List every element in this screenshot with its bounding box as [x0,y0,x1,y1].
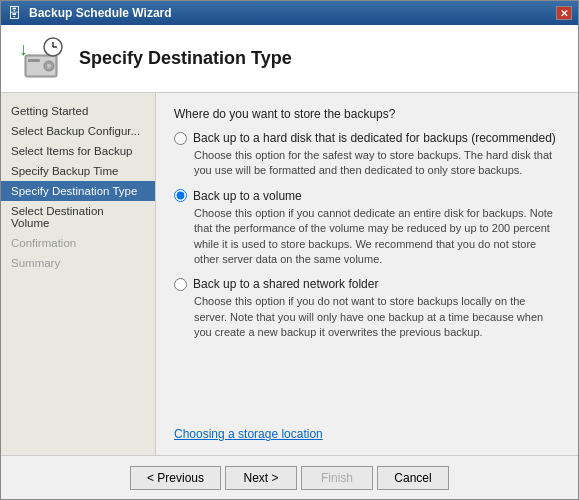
wizard-window: 🗄 Backup Schedule Wizard ✕ ↓ Spe [0,0,579,500]
storage-location-link[interactable]: Choosing a storage location [174,427,323,441]
option-dedicated-disk-row: Back up to a hard disk that is dedicated… [174,131,560,145]
header-title: Specify Destination Type [79,48,292,69]
sidebar-item-select-items[interactable]: Select Items for Backup [1,141,155,161]
radio-group: Back up to a hard disk that is dedicated… [174,131,560,341]
titlebar-title: Backup Schedule Wizard [29,6,172,20]
close-button[interactable]: ✕ [556,6,572,20]
option-volume-row: Back up to a volume [174,189,560,203]
finish-button[interactable]: Finish [301,466,373,490]
previous-button[interactable]: < Previous [130,466,221,490]
svg-point-3 [47,64,51,68]
option-volume: Back up to a volume Choose this option i… [174,189,560,268]
titlebar-icon: 🗄 [7,5,23,21]
sidebar-item-specify-destination-type[interactable]: Specify Destination Type [1,181,155,201]
header-icon: ↓ [17,35,65,83]
header-area: ↓ Specify Destination Type [1,25,578,93]
label-volume[interactable]: Back up to a volume [193,189,302,203]
main-content: Where do you want to store the backups? … [156,93,578,455]
label-network-folder[interactable]: Back up to a shared network folder [193,277,378,291]
desc-volume: Choose this option if you cannot dedicat… [194,206,560,268]
option-network-folder: Back up to a shared network folder Choos… [174,277,560,340]
titlebar-left: 🗄 Backup Schedule Wizard [7,5,172,21]
radio-volume[interactable] [174,189,187,202]
svg-rect-4 [28,59,40,62]
next-button[interactable]: Next > [225,466,297,490]
svg-text:↓: ↓ [19,39,28,59]
content-area: Getting Started Select Backup Configur..… [1,93,578,455]
radio-dedicated-disk[interactable] [174,132,187,145]
option-dedicated-disk: Back up to a hard disk that is dedicated… [174,131,560,179]
link-area: Choosing a storage location [174,415,560,441]
option-network-folder-row: Back up to a shared network folder [174,277,560,291]
desc-network-folder: Choose this option if you do not want to… [194,294,560,340]
sidebar-item-select-backup-config[interactable]: Select Backup Configur... [1,121,155,141]
desc-dedicated-disk: Choose this option for the safest way to… [194,148,560,179]
sidebar-item-confirmation: Confirmation [1,233,155,253]
section-question: Where do you want to store the backups? [174,107,560,121]
sidebar-item-getting-started[interactable]: Getting Started [1,101,155,121]
sidebar-item-summary: Summary [1,253,155,273]
sidebar-item-select-destination-volume[interactable]: Select Destination Volume [1,201,155,233]
radio-network-folder[interactable] [174,278,187,291]
cancel-button[interactable]: Cancel [377,466,449,490]
titlebar: 🗄 Backup Schedule Wizard ✕ [1,1,578,25]
wizard-icon-svg: ↓ [17,35,65,83]
footer: < Previous Next > Finish Cancel [1,455,578,499]
label-dedicated-disk[interactable]: Back up to a hard disk that is dedicated… [193,131,556,145]
sidebar: Getting Started Select Backup Configur..… [1,93,156,455]
sidebar-item-specify-backup-time[interactable]: Specify Backup Time [1,161,155,181]
